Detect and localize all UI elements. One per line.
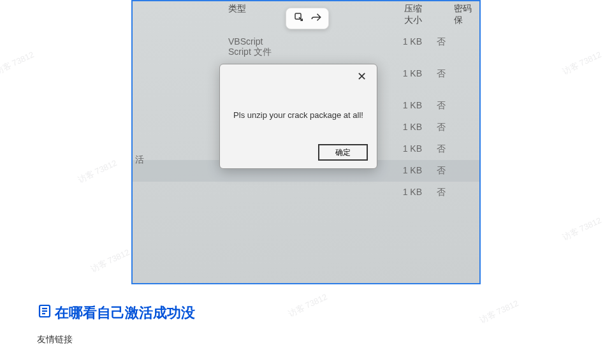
share-icon[interactable] — [310, 11, 322, 25]
watermark: 访客 73812 — [89, 247, 131, 275]
header-extra: 密码保 — [454, 3, 479, 26]
header-pwd — [428, 3, 454, 26]
screenshot-image[interactable]: 类型 压缩大小 密码保 VBScript Script 文件 1 KB 否 VB… — [131, 0, 481, 284]
header-size: 压缩大小 — [397, 3, 428, 26]
cell-size: 1 KB — [397, 165, 428, 177]
image-action-toolbar — [286, 8, 329, 29]
article-title-text: 在哪看自己激活成功没 — [55, 303, 195, 323]
cell-pwd: 否 — [428, 143, 454, 155]
dialog-message: Pls unzip your crack package at all! — [220, 110, 377, 120]
cell-size: 1 KB — [397, 122, 428, 133]
message-dialog: ✕ Pls unzip your crack package at all! 确… — [219, 64, 377, 169]
cell-pwd: 否 — [428, 165, 454, 177]
cell-size: 1 KB — [397, 187, 428, 198]
cell-pwd: 否 — [428, 36, 454, 58]
ok-button[interactable]: 确定 — [318, 144, 368, 161]
watermark: 访客 73812 — [286, 291, 329, 319]
cell-size: 1 KB — [397, 68, 428, 90]
watermark: 访客 73812 — [477, 298, 520, 326]
cell-pwd: 否 — [428, 100, 454, 112]
close-icon: ✕ — [357, 70, 367, 83]
cell-pwd: 否 — [428, 68, 454, 90]
cell-size: 1 KB — [397, 100, 428, 112]
header-type: 类型 — [133, 3, 286, 26]
left-edge-text: 活 — [133, 154, 144, 166]
watermark: 访客 73812 — [76, 157, 119, 186]
ok-button-label: 确定 — [335, 147, 351, 158]
cell-size: 1 KB — [397, 143, 428, 155]
cell-pwd: 否 — [428, 122, 454, 133]
edit-icon[interactable] — [293, 11, 305, 25]
close-button[interactable]: ✕ — [353, 68, 370, 85]
watermark: 访客 73812 — [560, 49, 603, 77]
cell-size: 1 KB — [397, 36, 428, 58]
table-row: 1 KB 否 — [133, 182, 479, 203]
document-icon — [37, 303, 52, 323]
friend-links-heading: 友情链接 — [37, 334, 73, 346]
watermark: 访客 73812 — [560, 215, 603, 243]
cell-pwd: 否 — [428, 187, 454, 198]
table-row: VBScript Script 文件 1 KB 否 — [133, 31, 479, 63]
article-title-link[interactable]: 在哪看自己激活成功没 — [37, 303, 195, 323]
cell-type: VBScript Script 文件 — [133, 36, 286, 58]
watermark: 访客 73812 — [0, 49, 36, 77]
